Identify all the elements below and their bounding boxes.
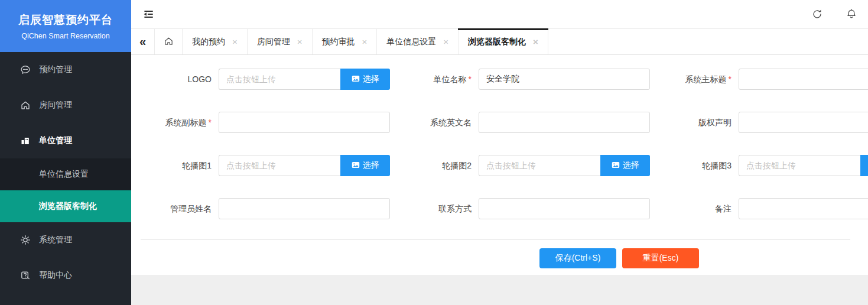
close-icon[interactable]: × xyxy=(533,37,538,46)
close-icon[interactable]: × xyxy=(362,37,368,46)
english-name-input[interactable] xyxy=(479,112,650,133)
field-label: 单位名称* xyxy=(401,69,479,90)
copyright-input[interactable] xyxy=(739,112,868,133)
home-icon xyxy=(164,36,174,48)
sidebar-item-label: 系统管理 xyxy=(39,235,72,245)
tab-browser-customization[interactable]: 浏览器版客制化 × xyxy=(459,29,548,54)
main-title-input[interactable] xyxy=(739,69,868,90)
remark-input[interactable] xyxy=(739,198,868,219)
top-header xyxy=(131,0,868,28)
logo-choose-button[interactable]: 选择 xyxy=(340,69,390,90)
field-english-name: 系统英文名 xyxy=(401,112,650,133)
sidebar-item-room-mgmt[interactable]: 房间管理 xyxy=(0,87,131,123)
banner2-choose-button[interactable]: 选择 xyxy=(600,155,650,176)
field-label: 管理员姓名 xyxy=(141,198,219,219)
tab-label: 我的预约 xyxy=(192,37,225,47)
field-logo: LOGO 选择 xyxy=(141,69,390,90)
logo-upload-input[interactable] xyxy=(219,69,340,90)
sub-title-input[interactable] xyxy=(219,112,390,133)
field-label: 版权声明 xyxy=(661,112,739,133)
app-logo: 启辰智慧预约平台 QiChen Smart Reservation xyxy=(0,0,131,52)
org-name-input[interactable] xyxy=(479,69,650,90)
gear-icon xyxy=(20,235,31,245)
sidebar-item-system-mgmt[interactable]: 系统管理 xyxy=(0,222,131,258)
field-banner1: 轮播图1 选择 xyxy=(141,155,390,176)
field-admin-name: 管理员姓名 xyxy=(141,198,390,219)
tab-home[interactable] xyxy=(155,29,183,54)
close-icon[interactable]: × xyxy=(232,37,238,46)
help-icon xyxy=(20,270,31,281)
close-icon[interactable]: × xyxy=(297,37,303,46)
double-chevron-left-icon: « xyxy=(139,35,146,48)
sidebar-subitem-label: 单位信息设置 xyxy=(39,169,89,180)
required-asterisk: * xyxy=(209,118,212,127)
tabs-scroll-left-button[interactable]: « xyxy=(131,29,155,54)
tab-room-mgmt[interactable]: 房间管理 × xyxy=(248,29,313,54)
image-icon xyxy=(352,74,360,85)
app-subtitle: QiChen Smart Reservation xyxy=(21,32,109,40)
sidebar-subitem-browser-custom[interactable]: 浏览器版客制化 xyxy=(0,190,131,222)
field-contact: 联系方式 xyxy=(401,198,650,219)
sidebar-subitem-label: 浏览器版客制化 xyxy=(39,201,97,212)
refresh-icon[interactable] xyxy=(811,8,823,20)
form-divider xyxy=(141,239,850,240)
tab-label: 预约审批 xyxy=(322,37,355,47)
sidebar-item-label: 帮助中心 xyxy=(39,270,72,281)
banner3-upload-input[interactable] xyxy=(739,155,860,176)
bell-icon[interactable] xyxy=(846,8,857,20)
field-sub-title: 系统副标题* xyxy=(141,112,390,133)
field-label: LOGO xyxy=(141,69,219,90)
save-button[interactable]: 保存(Ctrl+S) xyxy=(539,248,616,268)
browser-customization-form: LOGO 选择 单位名称* 系统主标题* 系统副标题* xyxy=(131,55,868,275)
field-label: 系统英文名 xyxy=(401,112,479,133)
field-label: 联系方式 xyxy=(401,198,479,219)
banner1-upload-input[interactable] xyxy=(219,155,340,176)
sidebar-collapse-icon[interactable] xyxy=(142,8,155,21)
sidebar: 启辰智慧预约平台 QiChen Smart Reservation 预约管理 房… xyxy=(0,0,131,305)
tab-my-reservations[interactable]: 我的预约 × xyxy=(183,29,248,54)
contact-input[interactable] xyxy=(479,198,650,219)
field-copyright: 版权声明 xyxy=(661,112,868,133)
tab-unit-info-settings[interactable]: 单位信息设置 × xyxy=(377,29,459,54)
home-icon xyxy=(20,100,31,111)
field-label: 系统主标题* xyxy=(661,69,739,90)
app-title: 启辰智慧预约平台 xyxy=(18,12,113,28)
field-label: 轮播图2 xyxy=(401,155,479,176)
required-asterisk: * xyxy=(469,74,472,84)
header-actions xyxy=(811,8,857,20)
image-icon xyxy=(352,161,360,171)
sidebar-item-label: 房间管理 xyxy=(39,100,72,111)
banner3-choose-button[interactable]: 选择 xyxy=(860,155,868,176)
field-banner3: 轮播图3 选择 xyxy=(661,155,868,176)
sidebar-subitem-unit-info[interactable]: 单位信息设置 xyxy=(0,158,131,190)
banner2-upload-input[interactable] xyxy=(479,155,600,176)
admin-name-input[interactable] xyxy=(219,198,390,219)
tab-reservation-approval[interactable]: 预约审批 × xyxy=(313,29,378,54)
field-banner2: 轮播图2 选择 xyxy=(401,155,650,176)
banner1-choose-button[interactable]: 选择 xyxy=(340,155,390,176)
sidebar-item-help-center[interactable]: 帮助中心 xyxy=(0,258,131,293)
sidebar-item-reservation-mgmt[interactable]: 预约管理 xyxy=(0,52,131,87)
field-remark: 备注 xyxy=(661,198,868,219)
field-label: 轮播图1 xyxy=(141,155,219,176)
field-org-name: 单位名称* xyxy=(401,69,650,90)
sidebar-item-unit-mgmt[interactable]: 单位管理 xyxy=(0,123,131,158)
tab-label: 房间管理 xyxy=(257,37,290,47)
tab-label: 浏览器版客制化 xyxy=(468,37,526,47)
field-label: 轮播图3 xyxy=(661,155,739,176)
reset-button[interactable]: 重置(Esc) xyxy=(622,248,699,268)
image-icon xyxy=(612,161,620,171)
required-asterisk: * xyxy=(729,74,732,84)
close-icon[interactable]: × xyxy=(443,37,448,46)
sidebar-item-label: 预约管理 xyxy=(39,64,72,75)
field-label: 系统副标题* xyxy=(141,112,219,133)
tab-bar: « 我的预约 × 房间管理 × 预约审批 × 单位信息设置 × 浏览器版客制化 … xyxy=(131,28,868,55)
comment-icon xyxy=(20,64,31,75)
field-main-title: 系统主标题* xyxy=(661,69,868,90)
tab-label: 单位信息设置 xyxy=(386,37,436,47)
field-label: 备注 xyxy=(661,198,739,219)
building-icon xyxy=(20,135,31,146)
sidebar-item-label: 单位管理 xyxy=(39,135,72,146)
form-actions: 保存(Ctrl+S) 重置(Esc) xyxy=(141,248,850,268)
